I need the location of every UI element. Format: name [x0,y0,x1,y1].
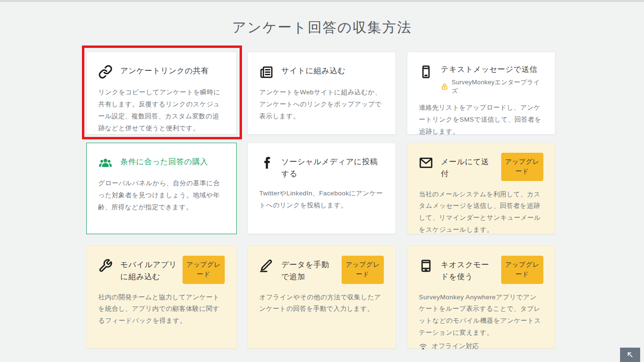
card-description: 社内の開発チームと協力してアンケートを統合し、アプリ内での顧客体験に関するフィー… [98,292,225,328]
browser-edge-strip [0,0,644,2]
upgrade-button[interactable]: アップグレード [501,256,543,284]
audience-group-icon [98,156,113,170]
wifi-offline-icon [419,342,427,351]
enterprise-badge: SurveyMonkeyエンタープライズ [451,78,543,95]
page-title: アンケート回答の収集方法 [0,18,644,37]
card-description: オフラインやその他の方法で収集したアンケートの回答を手動で入力します。 [259,292,384,316]
card-title: キオスクモードを使う [441,258,496,283]
card-embed-on-website[interactable]: サイトに組み込む アンケートをWebサイトに組み込むか、アンケートへのリンクをポ… [247,52,396,135]
card-title: テキストメッセージで送信 [441,64,543,76]
card-title: アンケートリンクの共有 [120,64,225,77]
card-description: 当社のメールシステムを利用して、カスタムメッセージを送信し、回答者を追跡して、リ… [419,189,543,237]
offline-support-label: オフライン対応 [432,342,479,351]
card-kiosk-mode[interactable]: キオスクモードを使う アップグレード SurveyMonkey Anywhere… [407,246,555,349]
card-title: データを手動で追加 [281,258,337,283]
upgrade-button[interactable]: アップグレード [183,256,225,284]
card-description: リンクをコピーしてアンケートを瞬時に共有します。反復するリンクのスケジュール設定… [98,87,225,135]
card-post-social-media[interactable]: ソーシャルメディアに投稿する TwitterやLinkedIn、Facebook… [247,143,396,234]
lock-icon [441,83,448,90]
facebook-icon [259,156,274,170]
card-share-survey-link[interactable]: アンケートリンクの共有 リンクをコピーしてアンケートを瞬時に共有します。反復する… [86,52,237,135]
link-icon [98,65,113,79]
corner-arrow-button[interactable] [620,348,640,362]
card-title: 条件に合った回答の購入 [120,155,225,168]
card-description: 連絡先リストをアップロードし、アンケートリンクをSMSで送信して、回答者を追跡し… [419,102,543,138]
card-title: モバイルアプリに組み込む [120,258,178,283]
card-title: ソーシャルメディアに投稿する [281,155,384,180]
tablet-icon [419,259,433,273]
wrench-icon [98,259,113,273]
upgrade-button[interactable]: アップグレード [501,153,543,181]
card-send-text-message[interactable]: テキストメッセージで送信 SurveyMonkeyエンタープライズ 連絡先リスト… [407,52,555,135]
card-description: グローバルパネルから、自分の基準に合った対象者を見つけましょう。地域や年齢、所得… [98,178,225,214]
card-buy-targeted-responses[interactable]: 条件に合った回答の購入 グローバルパネルから、自分の基準に合った対象者を見つけま… [86,143,237,234]
card-send-by-email[interactable]: メールにて送付 アップグレード 当社のメールシステムを利用して、カスタムメッセー… [407,143,555,234]
arrow-up-left-icon [625,350,635,360]
card-description: TwitterやLinkedIn、Facebookにアンケートへのリンクを投稿し… [259,188,384,212]
card-title: サイトに組み込む [281,64,384,77]
card-add-data-manually[interactable]: データを手動で追加 アップグレード オフラインやその他の方法で収集したアンケート… [247,246,396,349]
envelope-icon [419,156,433,170]
card-mobile-app-integration[interactable]: モバイルアプリに組み込む アップグレード 社内の開発チームと協力してアンケートを… [86,246,237,349]
pencil-icon [259,259,274,273]
embed-website-icon [259,65,274,79]
card-title: メールにて送付 [441,155,496,180]
phone-icon [419,65,433,79]
upgrade-button[interactable]: アップグレード [342,256,384,284]
card-description: アンケートをWebサイトに組み込むか、アンケートへのリンクをポップアップで表示し… [259,87,384,123]
card-description: SurveyMonkey Anywhereアプリでアンケートをループ表示すること… [419,292,543,339]
